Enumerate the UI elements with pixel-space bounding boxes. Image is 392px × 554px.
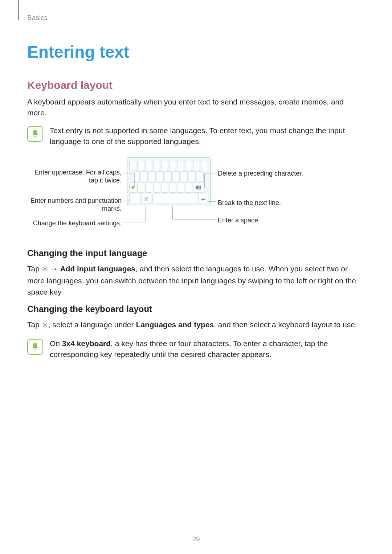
- bold-add-input-languages: Add input languages: [60, 264, 135, 273]
- gear-icon: [42, 264, 48, 275]
- svg-line-16: [43, 271, 44, 271]
- note-text: Text entry is not supported in some lang…: [50, 125, 365, 147]
- svg-line-14: [43, 267, 44, 268]
- svg-line-15: [46, 271, 47, 271]
- header-divider: [18, 0, 19, 20]
- note-text-3x4: On 3x4 keyboard, a key has three or four…: [50, 338, 365, 360]
- subheading-input-language: Changing the input language: [27, 248, 365, 258]
- text-fragment: Tap: [27, 320, 42, 329]
- text-fragment: , and then select a keyboard layout to u…: [214, 320, 357, 329]
- para-input-language: Tap → Add input languages, and then sele…: [27, 263, 365, 297]
- svg-line-23: [43, 323, 44, 324]
- note-block-3x4: On 3x4 keyboard, a key has three or four…: [27, 338, 365, 360]
- svg-point-9: [44, 268, 46, 270]
- page-number: 29: [0, 535, 392, 543]
- intro-paragraph: A keyboard appears automatically when yo…: [27, 97, 365, 119]
- bold-languages-and-types: Languages and types: [136, 320, 214, 329]
- note-bell-icon: [27, 126, 43, 142]
- breadcrumb: Basics: [27, 14, 365, 22]
- note-block: Text entry is not supported in some lang…: [27, 125, 365, 147]
- para-keyboard-layout: Tap , select a language under Languages …: [27, 319, 365, 331]
- svg-line-25: [43, 327, 44, 327]
- text-fragment: Tap: [27, 264, 42, 273]
- bold-3x4-keyboard: 3x4 keyboard: [62, 339, 111, 348]
- svg-line-17: [46, 267, 47, 268]
- section-heading-keyboard-layout: Keyboard layout: [27, 79, 365, 91]
- svg-line-24: [46, 327, 47, 327]
- svg-point-18: [44, 324, 46, 326]
- keyboard-diagram: Enter uppercase. For all caps, tap it tw…: [27, 157, 365, 234]
- text-fragment: On: [50, 339, 62, 348]
- arrow-icon: →: [50, 263, 58, 274]
- text-fragment: , select a language under: [48, 320, 136, 329]
- note-bell-icon: [27, 339, 43, 355]
- subheading-keyboard-layout: Changing the keyboard layout: [27, 304, 365, 314]
- svg-line-26: [46, 323, 47, 324]
- gear-icon: [42, 320, 48, 331]
- page-title: Entering text: [27, 42, 365, 62]
